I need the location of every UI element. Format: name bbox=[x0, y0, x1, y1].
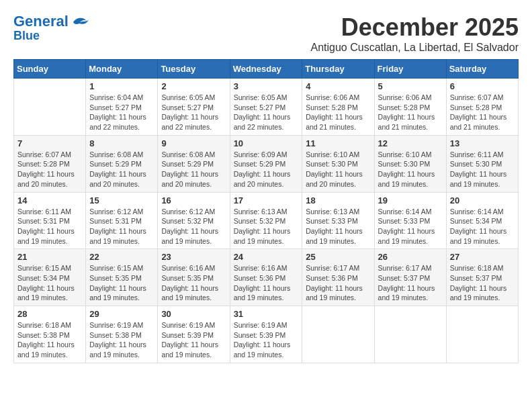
day-info: Sunrise: 6:11 AM Sunset: 5:31 PM Dayligh… bbox=[17, 207, 82, 246]
day-info: Sunrise: 6:12 AM Sunset: 5:31 PM Dayligh… bbox=[89, 207, 154, 246]
day-number: 24 bbox=[234, 252, 299, 262]
month-title: December 2025 bbox=[310, 13, 519, 42]
day-number: 3 bbox=[234, 81, 299, 91]
day-info: Sunrise: 6:18 AM Sunset: 5:37 PM Dayligh… bbox=[450, 263, 515, 303]
weekday-header: Tuesday bbox=[158, 60, 230, 79]
logo-bird-icon bbox=[70, 15, 90, 28]
calendar-day-cell: 25Sunrise: 6:17 AM Sunset: 5:36 PM Dayli… bbox=[302, 249, 374, 306]
day-number: 16 bbox=[161, 195, 226, 205]
calendar-day-cell bbox=[14, 79, 86, 136]
calendar-day-cell: 27Sunrise: 6:18 AM Sunset: 5:37 PM Dayli… bbox=[446, 249, 518, 306]
day-number: 14 bbox=[17, 195, 82, 205]
day-info: Sunrise: 6:17 AM Sunset: 5:36 PM Dayligh… bbox=[306, 263, 370, 303]
logo-text: General bbox=[13, 13, 69, 30]
day-info: Sunrise: 6:05 AM Sunset: 5:27 PM Dayligh… bbox=[161, 93, 226, 132]
calendar-day-cell: 20Sunrise: 6:14 AM Sunset: 5:34 PM Dayli… bbox=[446, 192, 518, 249]
calendar-day-cell: 5Sunrise: 6:06 AM Sunset: 5:28 PM Daylig… bbox=[374, 79, 446, 136]
day-number: 4 bbox=[306, 81, 370, 91]
day-number: 2 bbox=[161, 81, 226, 91]
calendar-day-cell: 18Sunrise: 6:13 AM Sunset: 5:33 PM Dayli… bbox=[302, 192, 374, 249]
logo: General Blue bbox=[13, 13, 90, 43]
day-info: Sunrise: 6:10 AM Sunset: 5:30 PM Dayligh… bbox=[378, 150, 443, 189]
day-number: 27 bbox=[450, 252, 515, 262]
day-info: Sunrise: 6:13 AM Sunset: 5:33 PM Dayligh… bbox=[306, 207, 370, 246]
calendar-week-row: 14Sunrise: 6:11 AM Sunset: 5:31 PM Dayli… bbox=[14, 192, 519, 249]
calendar-day-cell bbox=[446, 306, 518, 363]
calendar-day-cell bbox=[302, 306, 374, 363]
day-number: 12 bbox=[378, 138, 443, 148]
calendar-day-cell: 6Sunrise: 6:07 AM Sunset: 5:28 PM Daylig… bbox=[446, 79, 518, 136]
calendar-day-cell: 7Sunrise: 6:07 AM Sunset: 5:28 PM Daylig… bbox=[14, 135, 86, 192]
day-number: 6 bbox=[450, 81, 515, 91]
day-number: 30 bbox=[161, 309, 226, 319]
day-info: Sunrise: 6:04 AM Sunset: 5:27 PM Dayligh… bbox=[89, 93, 154, 132]
day-info: Sunrise: 6:06 AM Sunset: 5:28 PM Dayligh… bbox=[306, 93, 370, 132]
day-number: 21 bbox=[17, 252, 82, 262]
calendar-day-cell: 14Sunrise: 6:11 AM Sunset: 5:31 PM Dayli… bbox=[14, 192, 86, 249]
day-number: 26 bbox=[378, 252, 443, 262]
calendar-week-row: 1Sunrise: 6:04 AM Sunset: 5:27 PM Daylig… bbox=[14, 79, 519, 136]
day-info: Sunrise: 6:19 AM Sunset: 5:39 PM Dayligh… bbox=[234, 320, 299, 360]
calendar-day-cell: 8Sunrise: 6:08 AM Sunset: 5:29 PM Daylig… bbox=[86, 135, 158, 192]
calendar-day-cell: 16Sunrise: 6:12 AM Sunset: 5:32 PM Dayli… bbox=[158, 192, 230, 249]
day-number: 19 bbox=[378, 195, 443, 205]
calendar-table: SundayMondayTuesdayWednesdayThursdayFrid… bbox=[13, 59, 519, 363]
day-number: 29 bbox=[89, 309, 154, 319]
day-info: Sunrise: 6:13 AM Sunset: 5:32 PM Dayligh… bbox=[234, 207, 299, 246]
day-info: Sunrise: 6:09 AM Sunset: 5:29 PM Dayligh… bbox=[234, 150, 299, 189]
calendar-day-cell: 31Sunrise: 6:19 AM Sunset: 5:39 PM Dayli… bbox=[230, 306, 302, 363]
calendar-day-cell: 22Sunrise: 6:15 AM Sunset: 5:35 PM Dayli… bbox=[86, 249, 158, 306]
day-info: Sunrise: 6:08 AM Sunset: 5:29 PM Dayligh… bbox=[161, 150, 226, 189]
day-info: Sunrise: 6:18 AM Sunset: 5:38 PM Dayligh… bbox=[17, 320, 82, 360]
day-number: 10 bbox=[234, 138, 299, 148]
calendar-week-row: 28Sunrise: 6:18 AM Sunset: 5:38 PM Dayli… bbox=[14, 306, 519, 363]
day-info: Sunrise: 6:16 AM Sunset: 5:35 PM Dayligh… bbox=[161, 263, 226, 303]
calendar-day-cell: 1Sunrise: 6:04 AM Sunset: 5:27 PM Daylig… bbox=[86, 79, 158, 136]
day-number: 15 bbox=[89, 195, 154, 205]
day-info: Sunrise: 6:17 AM Sunset: 5:37 PM Dayligh… bbox=[378, 263, 443, 303]
day-number: 11 bbox=[306, 138, 370, 148]
calendar-day-cell: 28Sunrise: 6:18 AM Sunset: 5:38 PM Dayli… bbox=[14, 306, 86, 363]
weekday-header: Saturday bbox=[446, 60, 518, 79]
day-number: 8 bbox=[89, 138, 154, 148]
calendar-day-cell: 12Sunrise: 6:10 AM Sunset: 5:30 PM Dayli… bbox=[374, 135, 446, 192]
calendar-day-cell: 26Sunrise: 6:17 AM Sunset: 5:37 PM Dayli… bbox=[374, 249, 446, 306]
calendar-day-cell: 30Sunrise: 6:19 AM Sunset: 5:39 PM Dayli… bbox=[158, 306, 230, 363]
calendar-day-cell: 3Sunrise: 6:05 AM Sunset: 5:27 PM Daylig… bbox=[230, 79, 302, 136]
day-number: 9 bbox=[161, 138, 226, 148]
calendar-day-cell: 21Sunrise: 6:15 AM Sunset: 5:34 PM Dayli… bbox=[14, 249, 86, 306]
day-number: 7 bbox=[17, 138, 82, 148]
location-title: Antiguo Cuscatlan, La Libertad, El Salva… bbox=[310, 42, 519, 54]
weekday-header: Friday bbox=[374, 60, 446, 79]
day-info: Sunrise: 6:06 AM Sunset: 5:28 PM Dayligh… bbox=[378, 93, 443, 132]
day-info: Sunrise: 6:15 AM Sunset: 5:34 PM Dayligh… bbox=[17, 263, 82, 303]
day-info: Sunrise: 6:15 AM Sunset: 5:35 PM Dayligh… bbox=[89, 263, 154, 303]
weekday-header: Monday bbox=[86, 60, 158, 79]
calendar-day-cell bbox=[374, 306, 446, 363]
day-number: 31 bbox=[234, 309, 299, 319]
day-number: 13 bbox=[450, 138, 515, 148]
day-number: 17 bbox=[234, 195, 299, 205]
calendar-week-row: 21Sunrise: 6:15 AM Sunset: 5:34 PM Dayli… bbox=[14, 249, 519, 306]
day-info: Sunrise: 6:16 AM Sunset: 5:36 PM Dayligh… bbox=[234, 263, 299, 303]
day-number: 25 bbox=[306, 252, 370, 262]
page-header: General Blue December 2025 Antiguo Cusca… bbox=[13, 13, 519, 54]
day-number: 22 bbox=[89, 252, 154, 262]
calendar-week-row: 7Sunrise: 6:07 AM Sunset: 5:28 PM Daylig… bbox=[14, 135, 519, 192]
calendar-day-cell: 13Sunrise: 6:11 AM Sunset: 5:30 PM Dayli… bbox=[446, 135, 518, 192]
logo-blue-text: Blue bbox=[13, 30, 40, 43]
calendar-day-cell: 11Sunrise: 6:10 AM Sunset: 5:30 PM Dayli… bbox=[302, 135, 374, 192]
calendar-day-cell: 24Sunrise: 6:16 AM Sunset: 5:36 PM Dayli… bbox=[230, 249, 302, 306]
weekday-header: Thursday bbox=[302, 60, 374, 79]
day-number: 5 bbox=[378, 81, 443, 91]
day-info: Sunrise: 6:11 AM Sunset: 5:30 PM Dayligh… bbox=[450, 150, 515, 189]
calendar-day-cell: 4Sunrise: 6:06 AM Sunset: 5:28 PM Daylig… bbox=[302, 79, 374, 136]
calendar-day-cell: 9Sunrise: 6:08 AM Sunset: 5:29 PM Daylig… bbox=[158, 135, 230, 192]
day-number: 20 bbox=[450, 195, 515, 205]
calendar-day-cell: 19Sunrise: 6:14 AM Sunset: 5:33 PM Dayli… bbox=[374, 192, 446, 249]
day-info: Sunrise: 6:05 AM Sunset: 5:27 PM Dayligh… bbox=[234, 93, 299, 132]
day-info: Sunrise: 6:12 AM Sunset: 5:32 PM Dayligh… bbox=[161, 207, 226, 246]
day-info: Sunrise: 6:08 AM Sunset: 5:29 PM Dayligh… bbox=[89, 150, 154, 189]
day-number: 28 bbox=[17, 309, 82, 319]
title-section: December 2025 Antiguo Cuscatlan, La Libe… bbox=[310, 13, 519, 54]
